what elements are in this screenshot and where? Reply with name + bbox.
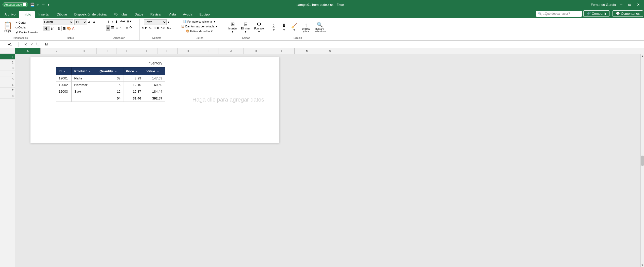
cell-value-2[interactable]: 60,50 (144, 82, 165, 88)
cell-value-1[interactable]: 147,63 (144, 75, 165, 82)
close-button[interactable]: ✕ (635, 3, 641, 7)
restore-button[interactable]: ▭ (626, 3, 633, 7)
row-num-4[interactable]: 4 (0, 71, 15, 76)
cell-product-1[interactable]: Nails (72, 75, 97, 82)
number-format-select[interactable]: Texto (144, 19, 167, 25)
cell-quantity-1[interactable]: 37 (97, 75, 123, 82)
share-button[interactable]: 🔗Compartir (583, 10, 609, 17)
filter-value-icon[interactable]: ▼ (157, 70, 159, 73)
percent-icon[interactable]: % (149, 26, 153, 30)
buscar-button[interactable]: 🔍 Buscar y seleccionar (313, 21, 326, 34)
estilos-celda-button[interactable]: 🎨 Estilos de celda ▼ (185, 29, 214, 33)
col-header-B[interactable]: B (41, 48, 71, 54)
cell-reference-input[interactable] (1, 42, 19, 47)
tab-revisar[interactable]: Revisar (147, 11, 165, 18)
autosum-button[interactable]: Σ ▼ (269, 22, 278, 32)
cell-price-3[interactable]: 15,37 (123, 88, 144, 95)
copiar-button[interactable]: ⧉ Copiar (14, 25, 39, 30)
scroll-down-button[interactable]: ▼ (641, 263, 644, 267)
tab-formulas[interactable]: Fórmulas (110, 11, 131, 18)
decrease-decimal-icon[interactable]: .0→ (166, 26, 172, 30)
wrap-text-icon[interactable]: ab↵ (119, 19, 126, 24)
col-header-A[interactable]: A (15, 48, 41, 54)
underline-button[interactable]: S (56, 26, 62, 31)
confirm-formula-icon[interactable]: ✓ (29, 42, 34, 46)
filter-price-icon[interactable]: ▼ (136, 70, 138, 73)
decrease-font-icon[interactable]: A↓ (93, 20, 97, 24)
col-header-C[interactable]: C (71, 48, 96, 54)
formula-input[interactable] (44, 43, 643, 46)
insert-function-icon[interactable]: fx (35, 42, 40, 47)
decrease-indent-icon[interactable]: ⇤ (119, 25, 123, 31)
cell-price-2[interactable]: 12,10 (123, 82, 144, 88)
formato-button[interactable]: 🖌 Copiar formato (14, 30, 39, 34)
cell-id-3[interactable]: 12003 (56, 88, 72, 95)
save-icon[interactable]: 💾 (30, 3, 35, 7)
increase-indent-icon[interactable]: ⇥ (124, 25, 128, 31)
header-value[interactable]: Value ▼ (144, 68, 165, 75)
font-color-icon[interactable]: A (72, 26, 74, 30)
insertar-button[interactable]: ⊞ Insertar ▼ (227, 21, 238, 34)
align-top-icon[interactable]: ⬆ (106, 19, 110, 24)
filter-product-icon[interactable]: ▼ (88, 70, 91, 73)
cell-product-3[interactable]: Saw (72, 88, 97, 95)
col-header-G[interactable]: G (157, 48, 178, 54)
row-num-1[interactable]: 1 (0, 54, 15, 60)
col-header-E[interactable]: E (117, 48, 137, 54)
row-num-8[interactable]: 8 (0, 93, 15, 99)
col-header-M[interactable]: M (295, 48, 320, 54)
increase-font-icon[interactable]: A↑ (88, 20, 92, 24)
col-header-D[interactable]: D (96, 48, 117, 54)
cell-price-1[interactable]: 3,99 (123, 75, 144, 82)
undo-icon[interactable]: ↩ (37, 3, 40, 7)
cancel-formula-icon[interactable]: ✕ (23, 42, 28, 46)
header-id[interactable]: Id ▼ (56, 68, 72, 75)
clear-button[interactable]: 🧹 ▼ (289, 22, 299, 32)
minimize-button[interactable]: ─ (618, 3, 624, 7)
row-num-2[interactable]: 2 (0, 60, 15, 65)
scroll-up-button[interactable]: ▲ (641, 54, 644, 58)
col-header-J[interactable]: J (218, 48, 244, 54)
increase-decimal-icon[interactable]: ⁺.0 (160, 26, 165, 30)
tab-insertar[interactable]: Insertar (35, 11, 53, 18)
pegar-button[interactable]: 📋 Pegar (2, 21, 13, 33)
filter-quantity-icon[interactable]: ▼ (115, 70, 117, 73)
customize-icon[interactable]: ▼ (47, 3, 50, 7)
row-num-5[interactable]: 5 (0, 76, 15, 82)
currency-icon[interactable]: $▼ (142, 26, 148, 30)
cell-product-2[interactable]: Hammer (72, 82, 97, 88)
fill-button[interactable]: ⬇ ▼ (279, 22, 288, 32)
comments-button[interactable]: 💬Comentarios (613, 10, 643, 17)
row-num-3[interactable]: 3 (0, 65, 15, 71)
number-format-expand[interactable]: ▼ (167, 21, 170, 24)
formato-tabla-button[interactable]: 📋 Dar formato como tabla ▼ (180, 24, 219, 28)
font-size-select[interactable]: 11 (74, 19, 87, 25)
header-price[interactable]: Price ▼ (123, 68, 144, 75)
search-box[interactable]: 🔍 ¿Qué desea hacer? (536, 11, 582, 17)
cell-id-1[interactable]: 12001 (56, 75, 72, 82)
merge-icon[interactable]: ⊟▼ (126, 19, 133, 24)
header-quantity[interactable]: Quantity ▼ (97, 68, 123, 75)
tab-vista[interactable]: Vista (165, 11, 180, 18)
cell-value-3[interactable]: 184,44 (144, 88, 165, 95)
tab-ayuda[interactable]: Ayuda (180, 11, 196, 18)
italic-button[interactable]: K (50, 26, 55, 31)
total-value[interactable]: 392,57 (144, 95, 165, 102)
cortar-button[interactable]: ✂ Cortar (14, 21, 39, 25)
align-center-icon[interactable]: ☰ (110, 25, 115, 31)
align-middle-icon[interactable]: ↕ (111, 19, 114, 24)
filter-id-icon[interactable]: ▼ (63, 70, 66, 73)
col-header-I[interactable]: I (198, 48, 218, 54)
formato-celda-button[interactable]: ⚙ Formato ▼ (253, 21, 265, 34)
tab-disposicion[interactable]: Disposición de página (71, 11, 110, 18)
bold-button[interactable]: N (43, 26, 49, 31)
align-right-icon[interactable]: ≡ (116, 25, 119, 31)
ordenar-button[interactable]: ↕ Ordenar y filtrar (300, 21, 312, 34)
col-header-H[interactable]: H (178, 48, 198, 54)
tab-dibujar[interactable]: Dibujar (53, 11, 71, 18)
col-header-F[interactable]: F (137, 48, 157, 54)
tab-inicio[interactable]: Inicio (19, 11, 35, 18)
row-num-7[interactable]: 7 (0, 88, 15, 93)
tab-archivo[interactable]: Archivo (1, 11, 19, 18)
scroll-thumb[interactable] (641, 156, 644, 166)
